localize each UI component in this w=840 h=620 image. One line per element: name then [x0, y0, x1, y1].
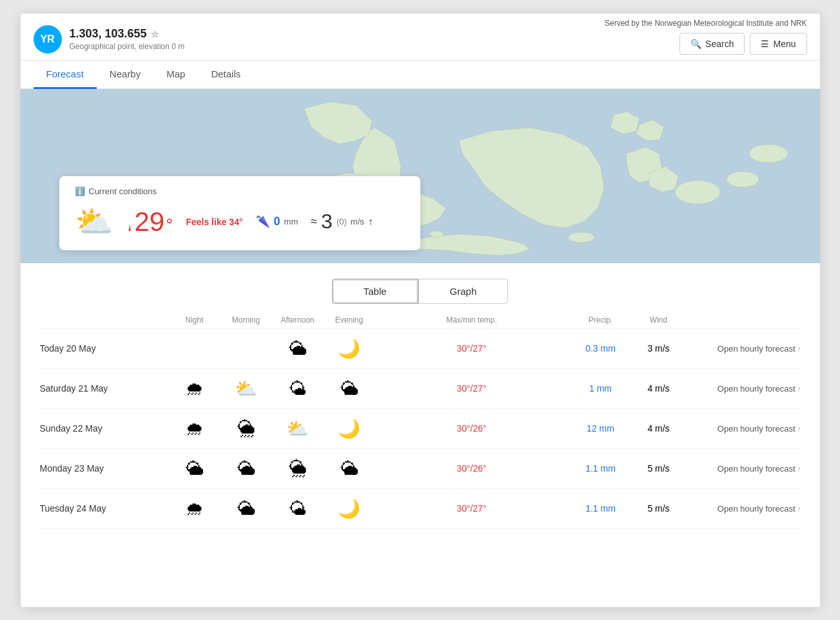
- top-bar: YR 1.303, 103.655 ☆ Geographical point, …: [21, 14, 820, 61]
- logo-area: YR 1.303, 103.655 ☆ Geographical point, …: [34, 25, 185, 54]
- afternoon-icon: 🌤: [272, 498, 324, 519]
- svg-point-4: [675, 181, 720, 204]
- chevron-right-icon: ›: [798, 504, 801, 513]
- nav-tabs: Forecast Nearby Map Details: [21, 61, 820, 89]
- morning-icon: 🌥: [220, 498, 272, 519]
- feels-like: Feels like 34°: [186, 217, 242, 227]
- wind-info: ≈ 3 (0) m/s ↑: [311, 210, 373, 234]
- current-conditions-title: ℹ️ Current conditions: [75, 186, 405, 196]
- precip-amount: 12 mm: [569, 423, 633, 434]
- open-hourly-button[interactable]: Open hourly forecast ›: [685, 504, 801, 514]
- day-label: Sunday 22 May: [40, 423, 169, 434]
- map-area[interactable]: ℹ️ Current conditions ⛅ 🌡 29 ° Feels lik…: [21, 89, 820, 263]
- afternoon-icon: 🌦: [272, 458, 324, 479]
- current-temperature: 29: [135, 206, 165, 237]
- table-row: Sunday 22 May 🌧 🌦 ⛅ 🌙 30°/26° 12 mm 4 m/…: [40, 409, 801, 449]
- precip-amount: 0.3 mm: [569, 343, 633, 354]
- chevron-right-icon: ›: [798, 384, 801, 393]
- afternoon-icon: ⛅: [272, 418, 324, 439]
- night-icon: 🌧: [169, 498, 220, 519]
- afternoon-icon: 🌤: [272, 378, 324, 399]
- wind-arrow-icon: ↑: [368, 216, 373, 228]
- header-day: [40, 315, 169, 325]
- evening-icon: 🌙: [324, 498, 375, 519]
- served-by-text: Served by the Norwegian Meteorological I…: [605, 19, 807, 33]
- info-icon: ℹ️: [75, 186, 85, 196]
- table-row: Saturday 21 May 🌧 ⛅ 🌤 🌥 30°/27° 1 mm 4 m…: [40, 369, 801, 409]
- precip-amount: 1.1 mm: [569, 463, 633, 474]
- day-label: Saturday 21 May: [40, 383, 169, 394]
- morning-icon: ⛅: [220, 378, 272, 399]
- temp-range: 30°/26°: [375, 423, 569, 434]
- search-button[interactable]: 🔍 Search: [679, 33, 745, 55]
- wind-speed: 5 m/s: [633, 463, 685, 474]
- wind-speed: 4 m/s: [633, 383, 685, 394]
- svg-point-5: [727, 172, 759, 187]
- tab-nearby[interactable]: Nearby: [97, 61, 153, 89]
- menu-button[interactable]: ☰ Menu: [750, 33, 806, 55]
- chevron-right-icon: ›: [798, 344, 801, 353]
- chevron-right-icon: ›: [798, 424, 801, 433]
- tab-forecast[interactable]: Forecast: [34, 61, 97, 89]
- wind-speed: 4 m/s: [633, 423, 685, 434]
- morning-icon: 🌦: [220, 418, 272, 439]
- current-weather-icon: ⛅: [75, 204, 113, 240]
- day-label: Monday 23 May: [40, 463, 169, 474]
- wind-icon: ≈: [311, 215, 317, 228]
- header-precip: Precip.: [569, 315, 633, 325]
- tab-map[interactable]: Map: [153, 61, 198, 89]
- table-row: Today 20 May 🌥 🌙 30°/27° 0.3 mm 3 m/s Op…: [40, 329, 801, 369]
- svg-point-6: [749, 145, 788, 163]
- precipitation-info: 🌂 0 mm: [256, 215, 298, 229]
- header-morning: Morning: [220, 315, 272, 325]
- conditions-row: ⛅ 🌡 29 ° Feels like 34° 🌂 0 mm ≈ 3: [75, 204, 405, 240]
- forecast-section: Night Morning Afternoon Evening Max/min …: [21, 312, 820, 542]
- open-hourly-button[interactable]: Open hourly forecast ›: [685, 344, 801, 354]
- wind-speed: 5 m/s: [633, 503, 685, 514]
- evening-icon: 🌥: [324, 378, 375, 399]
- open-hourly-button[interactable]: Open hourly forecast ›: [685, 424, 801, 434]
- tab-details[interactable]: Details: [198, 61, 253, 89]
- graph-view-button[interactable]: Graph: [418, 279, 509, 304]
- temp-range: 30°/26°: [375, 463, 569, 474]
- temp-range: 30°/27°: [375, 343, 569, 354]
- menu-icon: ☰: [761, 39, 769, 49]
- search-icon: 🔍: [690, 39, 701, 49]
- night-icon: 🌥: [169, 458, 220, 479]
- header-actions: 🔍 Search ☰ Menu: [679, 33, 806, 60]
- header-night: Night: [169, 315, 220, 325]
- thermometer-icon: 🌡: [126, 225, 133, 232]
- afternoon-icon: 🌥: [272, 338, 324, 359]
- temp-range: 30°/27°: [375, 383, 569, 394]
- favorite-star-icon[interactable]: ☆: [151, 29, 159, 39]
- open-hourly-button[interactable]: Open hourly forecast ›: [685, 464, 801, 474]
- evening-icon: 🌙: [324, 338, 375, 359]
- svg-point-2: [430, 231, 443, 237]
- yr-logo: YR: [34, 25, 62, 54]
- table-row: Monday 23 May 🌥 🌥 🌦 🌥 30°/26° 1.1 mm 5 m…: [40, 449, 801, 489]
- current-conditions-card: ℹ️ Current conditions ⛅ 🌡 29 ° Feels lik…: [59, 176, 420, 250]
- day-label: Tuesday 24 May: [40, 503, 169, 514]
- forecast-table-header: Night Morning Afternoon Evening Max/min …: [40, 312, 801, 329]
- header-evening: Evening: [324, 315, 375, 325]
- day-label: Today 20 May: [40, 343, 169, 354]
- location-subtitle: Geographical point, elevation 0 m: [70, 42, 185, 51]
- temp-unit: °: [166, 215, 173, 235]
- table-row: Tuesday 24 May 🌧 🌥 🌤 🌙 30°/27° 1.1 mm 5 …: [40, 489, 801, 529]
- night-icon: 🌧: [169, 418, 220, 439]
- evening-icon: 🌥: [324, 458, 375, 479]
- header-wind: Wind: [633, 315, 685, 325]
- svg-point-3: [569, 232, 594, 243]
- header-temp: Max/min temp.: [375, 315, 569, 325]
- precip-amount: 1.1 mm: [569, 503, 633, 514]
- header-hourly: [685, 315, 801, 325]
- table-view-button[interactable]: Table: [332, 279, 418, 304]
- view-toggle: Table Graph: [21, 279, 820, 304]
- temp-range: 30°/27°: [375, 503, 569, 514]
- precip-amount: 1 mm: [569, 383, 633, 394]
- open-hourly-button[interactable]: Open hourly forecast ›: [685, 384, 801, 394]
- header-afternoon: Afternoon: [272, 315, 324, 325]
- wind-speed: 3 m/s: [633, 343, 685, 354]
- night-icon: 🌧: [169, 378, 220, 399]
- page-container: YR 1.303, 103.655 ☆ Geographical point, …: [21, 14, 820, 607]
